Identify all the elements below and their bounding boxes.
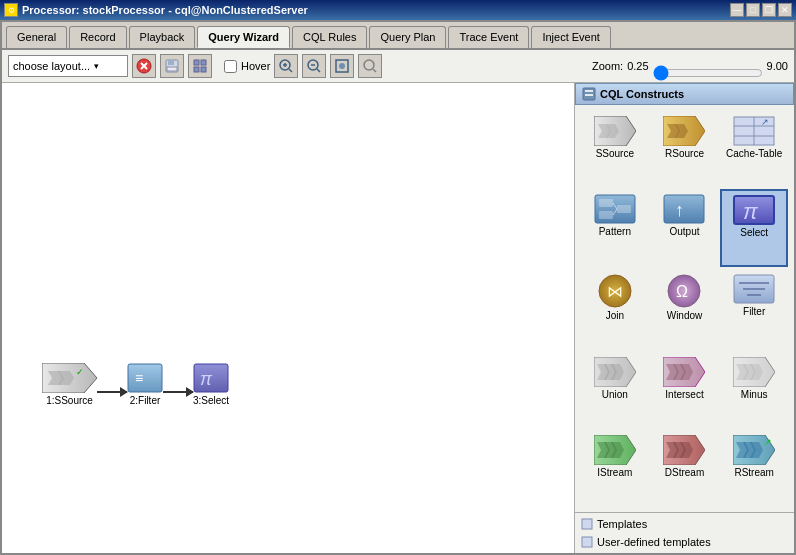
construct-rstream[interactable]: ↗ RStream [720, 430, 788, 506]
construct-istream[interactable]: IStream [581, 430, 649, 506]
search-button[interactable] [358, 54, 382, 78]
construct-intersect[interactable]: Intersect [651, 352, 719, 428]
user-defined-templates-icon [581, 536, 593, 548]
svg-rect-31 [585, 94, 593, 96]
filter-construct-icon [733, 274, 775, 304]
window-construct-icon: Ω [666, 273, 702, 309]
svg-rect-30 [585, 90, 593, 92]
svg-rect-44 [599, 199, 613, 207]
svg-text:≡: ≡ [135, 370, 143, 386]
cache-table-construct-label: Cache-Table [726, 148, 782, 159]
right-panel: CQL Constructs SSource [574, 83, 794, 553]
svg-rect-25 [128, 364, 162, 392]
layout-select-value: choose layout... [13, 60, 90, 72]
output-construct-label: Output [669, 226, 699, 237]
construct-ssource[interactable]: SSource [581, 111, 649, 187]
zoom-in-button[interactable] [274, 54, 298, 78]
tab-record[interactable]: Record [69, 26, 126, 48]
tab-trace-event[interactable]: Trace Event [448, 26, 529, 48]
flow-node-select[interactable]: π 3:Select [193, 363, 229, 406]
delete-button[interactable] [132, 54, 156, 78]
svg-rect-87 [582, 537, 592, 547]
tab-playback[interactable]: Playback [129, 26, 196, 48]
user-defined-templates-label: User-defined templates [597, 536, 711, 548]
construct-union[interactable]: Union [581, 352, 649, 428]
svg-line-15 [317, 69, 320, 72]
tab-query-wizard[interactable]: Query Wizard [197, 26, 290, 48]
select-label: 3:Select [193, 395, 229, 406]
main-area: ✓ 1:SSource [2, 83, 794, 553]
svg-text:Ω: Ω [676, 283, 688, 300]
user-defined-templates-row[interactable]: User-defined templates [575, 533, 794, 551]
flow-node-ssource[interactable]: ✓ 1:SSource [42, 363, 97, 406]
zoom-slider[interactable] [653, 65, 763, 81]
svg-text:↑: ↑ [675, 200, 684, 220]
tab-cql-rules[interactable]: CQL Rules [292, 26, 367, 48]
templates-label: Templates [597, 518, 647, 530]
construct-join[interactable]: ⋈ Join [581, 269, 649, 349]
hover-checkbox[interactable] [224, 60, 237, 73]
svg-line-11 [289, 69, 292, 72]
minimize-button[interactable]: — [730, 3, 744, 17]
svg-text:π: π [743, 199, 759, 224]
minus-construct-label: Minus [741, 389, 768, 400]
zoom-area: Zoom: 0.25 9.00 [592, 55, 788, 77]
construct-minus[interactable]: Minus [720, 352, 788, 428]
fit-icon [334, 58, 350, 74]
construct-rsource[interactable]: RSource [651, 111, 719, 187]
templates-row[interactable]: Templates [575, 515, 794, 533]
dstream-construct-label: DStream [665, 467, 704, 478]
pattern-construct-label: Pattern [599, 226, 631, 237]
filter-node-icon: ≡ [127, 363, 163, 393]
maximize-button[interactable]: □ [746, 3, 760, 17]
construct-cache-table[interactable]: ↗ Cache-Table [720, 111, 788, 187]
grid-button[interactable] [188, 54, 212, 78]
zoom-label: Zoom: [592, 60, 623, 72]
tab-bar: General Record Playback Query Wizard CQL… [2, 22, 794, 50]
restore-button[interactable]: ❐ [762, 3, 776, 17]
tab-inject-event[interactable]: Inject Event [531, 26, 610, 48]
zoom-min-value: 0.25 [627, 60, 648, 72]
svg-rect-4 [168, 60, 174, 65]
delete-icon [136, 58, 152, 74]
svg-point-18 [339, 63, 345, 69]
svg-text:↗: ↗ [764, 437, 772, 447]
svg-rect-46 [617, 205, 631, 213]
union-construct-icon [594, 357, 636, 387]
search-icon [362, 58, 378, 74]
svg-text:π: π [200, 369, 213, 389]
save-button[interactable] [160, 54, 184, 78]
fit-button[interactable] [330, 54, 354, 78]
pattern-construct-icon [594, 194, 636, 224]
canvas-area[interactable]: ✓ 1:SSource [2, 83, 574, 553]
ssource-label: 1:SSource [46, 395, 93, 406]
flow-arrow-1 [97, 391, 127, 393]
tab-general[interactable]: General [6, 26, 67, 48]
layout-select[interactable]: choose layout... ▾ [8, 55, 128, 77]
intersect-construct-label: Intersect [665, 389, 703, 400]
zoom-max-value: 9.00 [767, 60, 788, 72]
svg-rect-5 [167, 67, 177, 71]
svg-text:✓: ✓ [76, 367, 84, 377]
cql-constructs-header: CQL Constructs [575, 83, 794, 105]
construct-pattern[interactable]: Pattern [581, 189, 649, 267]
select-construct-label: Select [740, 227, 768, 238]
close-button[interactable]: ✕ [778, 3, 792, 17]
construct-select[interactable]: π Select [720, 189, 788, 267]
zoom-out-button[interactable] [302, 54, 326, 78]
construct-filter[interactable]: Filter [720, 269, 788, 349]
svg-rect-86 [582, 519, 592, 529]
tab-query-plan[interactable]: Query Plan [369, 26, 446, 48]
app-icon: ⚙ [4, 3, 18, 17]
svg-rect-8 [194, 67, 199, 72]
select-node-icon: π [193, 363, 229, 393]
join-construct-label: Join [606, 310, 624, 321]
join-construct-icon: ⋈ [597, 273, 633, 309]
construct-output[interactable]: ↑ Output [651, 189, 719, 267]
flow-node-filter[interactable]: ≡ 2:Filter [127, 363, 163, 406]
ssource-construct-label: SSource [596, 148, 634, 159]
construct-dstream[interactable]: DStream [651, 430, 719, 506]
construct-window[interactable]: Ω Window [651, 269, 719, 349]
svg-point-19 [364, 60, 374, 70]
templates-section: Templates User-defined templates [575, 512, 794, 553]
